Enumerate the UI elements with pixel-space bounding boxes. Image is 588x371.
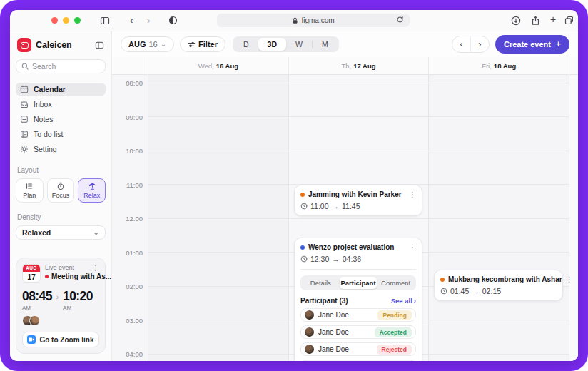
search-icon xyxy=(21,63,29,70)
event-color-dot xyxy=(300,193,305,197)
filter-button[interactable]: Filter xyxy=(180,36,225,52)
participant-name: Jane Doe xyxy=(318,328,349,336)
browser-sidebar-toggle-icon[interactable] xyxy=(100,16,110,26)
layout-option-focus[interactable]: Focus xyxy=(47,178,75,203)
tab-comment[interactable]: Comment xyxy=(377,277,415,289)
browser-forward-button[interactable]: › xyxy=(147,15,150,26)
attendee-avatars xyxy=(22,315,99,326)
end-meridiem: AM xyxy=(63,305,93,311)
date-navigation: ‹ › xyxy=(452,36,490,53)
layout-option-relax[interactable]: Relax xyxy=(78,178,106,203)
minimize-window-button[interactable] xyxy=(63,17,69,24)
todo-list-icon xyxy=(20,130,29,138)
close-window-button[interactable] xyxy=(51,17,58,24)
day-header-thu[interactable]: Th, 17 Aug xyxy=(288,57,429,74)
kebab-menu-icon[interactable]: ⋮ xyxy=(566,276,573,283)
plan-icon xyxy=(25,182,34,190)
share-icon[interactable] xyxy=(531,16,540,26)
avatar xyxy=(305,310,314,320)
downloads-icon[interactable] xyxy=(511,16,521,26)
browser-back-button[interactable]: ‹ xyxy=(130,15,133,26)
day-prefix: Th, xyxy=(341,62,351,70)
sidebar-item-calendar[interactable]: Calendar xyxy=(16,83,106,96)
zoom-window-button[interactable] xyxy=(74,17,81,24)
event-title: Wenzo project evaluation xyxy=(308,243,394,251)
status-badge: Pending xyxy=(377,310,412,320)
view-tab-week[interactable]: W xyxy=(286,38,312,51)
day-date: 18 Aug xyxy=(494,62,516,70)
create-event-button[interactable]: Create event + xyxy=(495,35,569,54)
tab-participant[interactable]: Participant xyxy=(340,277,377,289)
zoom-link-button[interactable]: Go to Zoom link xyxy=(22,332,99,347)
see-all-link[interactable]: See all › xyxy=(391,297,416,305)
arrow-right-icon: → xyxy=(332,202,340,210)
participant-row[interactable]: Jane Doe Rejected xyxy=(300,342,416,356)
event-card-jamming[interactable]: Jamming with Kevin Parker ⋮ 11:00 → 11:4… xyxy=(294,185,422,216)
address-bar[interactable]: figma.com xyxy=(217,14,410,27)
time-gutter: 08:00 09:00 10:00 11:00 12:00 01:00 02:0… xyxy=(112,75,148,361)
see-all-label: See all xyxy=(391,297,412,305)
date-month: AUG xyxy=(128,40,146,49)
event-end: 02:15 xyxy=(482,287,501,295)
participant-row-partial xyxy=(300,360,416,361)
view-switcher: D 3D W M xyxy=(233,36,339,52)
start-time: 08:45 xyxy=(22,289,52,304)
tab-details[interactable]: Details xyxy=(302,277,340,289)
kebab-menu-icon[interactable]: ⋮ xyxy=(92,264,99,272)
app-logo xyxy=(17,38,31,52)
layout-option-label: Plan xyxy=(23,192,36,199)
participant-row[interactable]: Jane Doe Accepted xyxy=(300,325,416,339)
create-event-label: Create event xyxy=(504,40,551,49)
date-picker-button[interactable]: AUG 16 ⌄ xyxy=(121,36,174,52)
previous-button[interactable]: ‹ xyxy=(452,36,470,52)
next-button[interactable]: › xyxy=(471,36,489,52)
sidebar-item-todo[interactable]: To do list xyxy=(16,128,106,141)
time-label: 08:00 xyxy=(126,79,143,87)
sidebar-item-label: Setting xyxy=(34,145,57,153)
day-column-wed[interactable] xyxy=(148,75,288,361)
date-badge-day: 17 xyxy=(23,272,40,283)
kebab-menu-icon[interactable]: ⋮ xyxy=(409,191,416,198)
sidebar: Caleicen Search Ca xyxy=(10,31,112,361)
privacy-shield-icon[interactable] xyxy=(168,16,178,25)
sidebar-item-notes[interactable]: Notes xyxy=(16,113,106,126)
sidebar-item-inbox[interactable]: Inbox xyxy=(16,98,106,111)
collapse-sidebar-icon[interactable] xyxy=(95,41,104,50)
day-header-wed[interactable]: Wed, 16 Aug xyxy=(148,57,288,74)
status-badge: Accepted xyxy=(375,327,412,337)
sidebar-item-setting[interactable]: Setting xyxy=(16,143,106,156)
day-column-fri[interactable] xyxy=(428,75,569,361)
time-label: 09:00 xyxy=(126,113,143,121)
event-end: 11:45 xyxy=(342,202,360,210)
layout-option-plan[interactable]: Plan xyxy=(16,178,44,203)
view-tab-day[interactable]: D xyxy=(234,38,258,51)
view-tab-3day[interactable]: 3D xyxy=(258,38,286,51)
clock-icon xyxy=(300,203,308,210)
day-header-fri[interactable]: Fri, 18 Aug xyxy=(428,57,569,74)
new-tab-icon[interactable]: + xyxy=(550,14,556,25)
event-card-wenzo[interactable]: Wenzo project evaluation ⋮ 12:30 → 04:36 xyxy=(294,238,422,361)
main-area: AUG 16 ⌄ Filter D 3D W xyxy=(112,31,578,361)
density-value: Relaxed xyxy=(22,228,51,237)
sidebar-item-label: To do list xyxy=(34,130,63,138)
reload-icon[interactable] xyxy=(396,16,404,24)
view-tab-month[interactable]: M xyxy=(313,38,338,51)
avatar xyxy=(305,327,314,337)
event-start: 11:00 xyxy=(310,202,329,210)
lock-icon xyxy=(292,17,298,24)
search-input[interactable]: Search xyxy=(16,59,106,73)
gear-icon xyxy=(20,145,29,153)
participant-row[interactable]: Jane Doe Pending xyxy=(300,308,416,322)
event-title: Mukbang kecombrang with Ashar xyxy=(448,275,562,283)
day-prefix: Fri, xyxy=(482,62,492,70)
zoom-link-label: Go to Zoom link xyxy=(39,336,93,344)
tab-overview-icon[interactable] xyxy=(564,16,574,25)
kebab-menu-icon[interactable]: ⋮ xyxy=(409,244,416,251)
density-select[interactable]: Relaxed ⌄ xyxy=(16,225,106,240)
live-event-card[interactable]: AUG 17 Live event Meeting with As... ⋮ xyxy=(16,258,106,354)
clock-icon xyxy=(440,288,447,295)
event-detail-tabs: Details Participant Comment xyxy=(300,275,416,290)
end-time: 10:20 xyxy=(63,289,93,304)
event-start: 12:30 xyxy=(310,255,329,263)
event-card-mukbang[interactable]: Mukbang kecombrang with Ashar ⋮ 01:45 → … xyxy=(434,270,563,301)
